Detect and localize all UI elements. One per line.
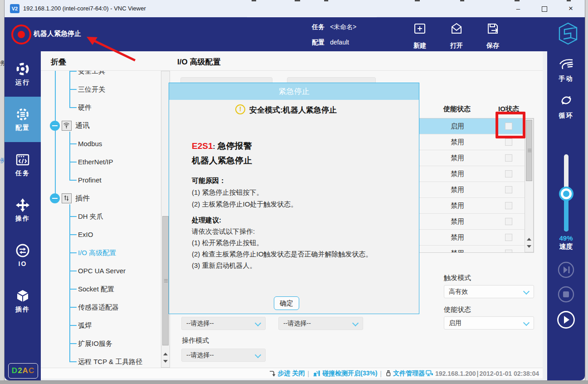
io-state-checkbox[interactable] — [505, 186, 512, 193]
io-state-checkbox[interactable] — [505, 250, 512, 253]
enable-state-select[interactable]: 启用 — [444, 316, 534, 330]
collapse-minus-icon[interactable] — [50, 193, 60, 203]
run-icon — [15, 61, 30, 77]
table-scrollbar[interactable] — [525, 118, 534, 252]
window-title: 192.168.1.200 (intel-corei7-64:0) - VNC … — [23, 5, 146, 12]
select-1[interactable]: --请选择-- — [181, 317, 266, 330]
config-row: 配置 default — [312, 39, 349, 47]
manual-mode-label[interactable]: 手动 — [547, 75, 585, 83]
tree-tick — [69, 180, 77, 181]
maximize-button[interactable] — [537, 3, 552, 15]
d2ac-letter: A — [23, 366, 29, 375]
select-2[interactable]: --请选择-- — [278, 317, 363, 330]
step-button[interactable] — [558, 261, 574, 278]
trigger-mode-label: 触发模式 — [444, 274, 471, 282]
table-scrollbar-thumb[interactable] — [526, 120, 532, 181]
cycle-mode-icon — [558, 92, 574, 108]
tree-collapse-header[interactable]: 折叠 — [51, 57, 66, 67]
play-button[interactable] — [557, 310, 575, 329]
separator: | — [307, 370, 309, 377]
tree-tick — [69, 343, 77, 344]
sidebar-item-config[interactable]: 配置 — [5, 97, 41, 142]
status-bar: 步进 关闭 | 碰撞检测开启(33%) | 文件管理器 — [41, 368, 543, 379]
tree-item-extended-io-service[interactable]: 扩展IO服务 — [78, 339, 112, 348]
tree-group-communication[interactable]: 通讯 — [75, 121, 90, 130]
operation-mode-select[interactable]: --请选择-- — [181, 349, 266, 362]
maximize-icon — [542, 6, 547, 12]
close-button[interactable]: × — [563, 3, 578, 15]
alarm-title: 急停报警 — [218, 141, 252, 151]
tree-item-profinet[interactable]: Profinet — [78, 176, 102, 185]
tree-item-ethernet-ip[interactable]: EtherNet/IP — [78, 158, 113, 167]
scroll-down-icon[interactable] — [163, 360, 168, 363]
sidebar-item-operate[interactable]: 操作 — [5, 187, 41, 233]
tree-item-io-advanced-config[interactable]: I/O 高级配置 — [78, 248, 116, 257]
sidebar-item-label: IO — [5, 260, 41, 267]
sidebar-item-task[interactable]: 任务 — [5, 142, 41, 187]
new-button[interactable]: 新建 — [406, 21, 434, 39]
minimize-button[interactable]: – — [510, 3, 526, 15]
config-label: 配置 — [312, 39, 325, 46]
scroll-up-icon[interactable] — [163, 353, 168, 355]
annotation-red-rectangle — [496, 112, 525, 138]
enable-state-value: 禁用 — [435, 154, 480, 162]
enable-state-value: 禁用 — [435, 202, 480, 210]
collision-detection-status[interactable]: 碰撞检测开启(33%) — [322, 369, 377, 378]
save-icon — [486, 21, 500, 37]
io-state-checkbox[interactable] — [505, 202, 512, 209]
ok-button[interactable]: 确定 — [274, 296, 299, 310]
enable-state-value: 禁用 — [435, 170, 480, 178]
tree-item-three-position-switch[interactable]: 三位开关 — [78, 85, 105, 94]
cycle-mode-label[interactable]: 循环 — [547, 112, 585, 120]
save-button[interactable]: 保存 — [479, 21, 507, 39]
speed-slider-thumb[interactable] — [559, 187, 573, 201]
left-sidebar: 运行 配置 任务 — [5, 51, 41, 380]
file-manager-link[interactable]: 文件管理器 — [393, 369, 425, 378]
d2ac-button[interactable]: D2AC — [8, 363, 38, 379]
sidebar-item-label: 插件 — [5, 305, 41, 314]
gear-icon — [15, 107, 30, 122]
tree-group-plugin[interactable]: 插件 — [75, 194, 90, 203]
tree-item-exio[interactable]: ExIO — [78, 230, 93, 239]
tree-item-safety-tools[interactable]: 安全工具 — [78, 71, 105, 76]
open-button[interactable]: 打开 — [442, 21, 471, 39]
scroll-up-icon[interactable] — [527, 238, 531, 241]
separator: | — [477, 370, 479, 377]
io-state-checkbox[interactable] — [505, 234, 512, 241]
ip-address: 192.168.1.200 — [435, 370, 476, 377]
enable-state-value: 禁用 — [435, 233, 480, 242]
tree-tick — [69, 234, 77, 235]
tree-item-sensor-adapter[interactable]: 传感器适配器 — [78, 303, 119, 312]
stop-button[interactable] — [558, 286, 574, 303]
title-bar[interactable]: V2 192.168.1.200 (intel-corei7-64:0) - V… — [5, 0, 585, 18]
step-mode-status[interactable]: 步进 关闭 — [277, 369, 305, 378]
tree-item-arc-welding[interactable]: 弧焊 — [78, 321, 92, 330]
tree-tick — [69, 162, 77, 162]
io-state-checkbox[interactable] — [505, 138, 512, 146]
scroll-down-icon[interactable] — [527, 245, 531, 248]
speed-label: 速度 — [547, 242, 585, 251]
collapse-minus-icon[interactable] — [50, 121, 60, 131]
io-state-checkbox[interactable] — [505, 170, 512, 177]
tree-item-dh-gripper[interactable]: DH 夹爪 — [78, 212, 103, 221]
tree-line — [55, 71, 56, 198]
slider-thumb-dot — [563, 191, 569, 197]
tree-scrollbar-thumb[interactable] — [162, 216, 169, 345]
sidebar-item-plugin[interactable]: 插件 — [5, 278, 41, 324]
tree-item-remote-tcp-tool-path[interactable]: 远程 TCP & 工具路径 — [78, 357, 142, 365]
task-label: 任务 — [312, 23, 325, 30]
tree-item-socket-config[interactable]: Socket 配置 — [78, 285, 114, 294]
io-state-checkbox[interactable] — [505, 218, 512, 225]
tree-tick — [69, 107, 77, 108]
trigger-mode-select[interactable]: 高有效 — [444, 285, 534, 298]
tree-item-opc-ua-server[interactable]: OPC UA Server — [78, 266, 126, 276]
network-icon — [426, 370, 433, 377]
sidebar-item-run[interactable]: 运行 — [5, 51, 41, 97]
tree-item-modbus[interactable]: Modbus — [78, 139, 102, 148]
tree-tick — [69, 71, 77, 72]
io-state-checkbox[interactable] — [505, 154, 512, 162]
new-button-label: 新建 — [406, 42, 434, 50]
tree-line — [69, 204, 70, 362]
tree-item-hardware[interactable]: 硬件 — [78, 103, 92, 112]
sidebar-item-io[interactable]: IO — [5, 233, 41, 278]
